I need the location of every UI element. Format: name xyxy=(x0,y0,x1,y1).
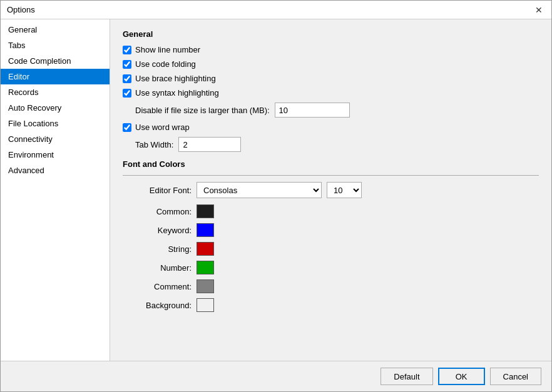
use-word-wrap-row: Use word wrap xyxy=(123,123,539,132)
sidebar-item-records[interactable]: Records xyxy=(1,84,110,100)
disable-file-size-label: Disable if file size is larger than (MB)… xyxy=(135,106,270,115)
sidebar-item-connectivity[interactable]: Connectivity xyxy=(1,131,110,147)
use-brace-highlighting-label: Use brace highlighting xyxy=(135,74,216,83)
use-syntax-highlighting-row: Use syntax highlighting xyxy=(123,88,539,98)
font-colors-section: Font and Colors Editor Font: Consolas Co… xyxy=(123,159,539,312)
use-syntax-highlighting-checkbox[interactable] xyxy=(123,89,131,98)
use-word-wrap-checkbox[interactable] xyxy=(123,123,131,132)
dialog-title: Options xyxy=(7,5,35,14)
tab-width-label: Tab Width: xyxy=(135,140,173,149)
sidebar-item-editor[interactable]: Editor xyxy=(1,69,110,84)
use-word-wrap-label: Use word wrap xyxy=(135,123,190,132)
sidebar-item-code-completion[interactable]: Code Completion xyxy=(1,53,110,69)
color-label-keyword: Keyword: xyxy=(135,226,192,235)
use-code-folding-label: Use code folding xyxy=(135,59,196,69)
font-colors-divider xyxy=(123,175,539,176)
sidebar-item-environment[interactable]: Environment xyxy=(1,147,110,163)
sidebar: GeneralTabsCode CompletionEditorRecordsA… xyxy=(1,19,110,361)
editor-font-size-select[interactable]: 8 9 10 11 12 14 xyxy=(327,182,362,198)
show-line-number-checkbox[interactable] xyxy=(123,46,131,54)
color-swatch-common[interactable] xyxy=(197,204,214,218)
show-line-number-row: Show line number xyxy=(123,45,539,54)
color-row-common: Common: xyxy=(135,204,539,218)
use-syntax-highlighting-label: Use syntax highlighting xyxy=(135,88,219,98)
tab-width-row: Tab Width: xyxy=(135,137,539,152)
use-code-folding-row: Use code folding xyxy=(123,59,539,69)
use-code-folding-checkbox[interactable] xyxy=(123,60,131,69)
sidebar-item-advanced[interactable]: Advanced xyxy=(1,163,110,178)
options-dialog: Options ✕ GeneralTabsCode CompletionEdit… xyxy=(0,0,552,392)
color-swatch-keyword[interactable] xyxy=(197,223,214,237)
color-row-number: Number: xyxy=(135,261,539,274)
color-row-string: String: xyxy=(135,242,539,256)
disable-file-size-input[interactable] xyxy=(275,103,350,118)
color-swatch-string[interactable] xyxy=(197,242,214,256)
use-brace-highlighting-checkbox[interactable] xyxy=(123,74,131,83)
color-row-background: Background: xyxy=(135,298,539,312)
default-button[interactable]: Default xyxy=(381,368,432,385)
color-row-keyword: Keyword: xyxy=(135,223,539,237)
sidebar-item-file-locations[interactable]: File Locations xyxy=(1,116,110,131)
color-label-common: Common: xyxy=(135,207,192,216)
editor-font-label: Editor Font: xyxy=(123,186,192,195)
color-swatch-number[interactable] xyxy=(197,261,214,274)
editor-font-select[interactable]: Consolas Courier New Lucida Console Mona… xyxy=(197,182,322,198)
use-brace-highlighting-row: Use brace highlighting xyxy=(123,74,539,83)
color-swatch-comment[interactable] xyxy=(197,279,214,293)
sidebar-item-general[interactable]: General xyxy=(1,22,110,38)
main-panel: General Show line number Use code foldin… xyxy=(110,19,551,361)
show-line-number-label: Show line number xyxy=(135,45,200,54)
editor-font-row: Editor Font: Consolas Courier New Lucida… xyxy=(123,182,539,198)
font-colors-title: Font and Colors xyxy=(123,159,539,169)
content-area: GeneralTabsCode CompletionEditorRecordsA… xyxy=(1,19,551,361)
cancel-button[interactable]: Cancel xyxy=(490,368,541,385)
general-section-title: General xyxy=(123,29,539,39)
title-bar: Options ✕ xyxy=(1,1,551,19)
color-label-string: String: xyxy=(135,244,192,254)
close-button[interactable]: ✕ xyxy=(533,6,545,14)
footer: Default OK Cancel xyxy=(1,361,551,391)
tab-width-input[interactable] xyxy=(178,137,241,152)
disable-file-size-row: Disable if file size is larger than (MB)… xyxy=(135,103,539,118)
ok-button[interactable]: OK xyxy=(438,368,485,385)
color-row-comment: Comment: xyxy=(135,279,539,293)
color-rows-container: Common:Keyword:String:Number:Comment:Bac… xyxy=(123,204,539,312)
color-label-number: Number: xyxy=(135,263,192,273)
color-swatch-background[interactable] xyxy=(197,298,214,312)
color-label-background: Background: xyxy=(135,301,192,310)
sidebar-item-tabs[interactable]: Tabs xyxy=(1,38,110,53)
sidebar-item-auto-recovery[interactable]: Auto Recovery xyxy=(1,100,110,116)
color-label-comment: Comment: xyxy=(135,282,192,291)
